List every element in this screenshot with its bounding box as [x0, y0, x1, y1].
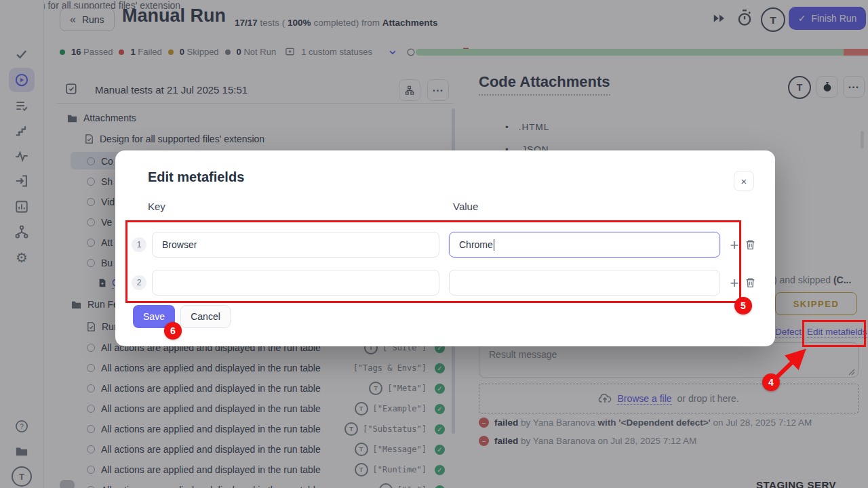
value-column-header: Value [453, 201, 478, 212]
delete-row-icon[interactable] [745, 239, 756, 251]
close-icon[interactable]: × [734, 171, 754, 191]
modal-title: Edit metafields [148, 169, 244, 185]
cancel-button[interactable]: Cancel [180, 305, 231, 328]
annotation-badge-5: 5 [734, 297, 752, 314]
annotation-badge-6: 6 [164, 322, 182, 340]
annotation-rect-edit-link [802, 320, 866, 347]
annotation-badge-4: 4 [762, 373, 780, 391]
delete-row-icon[interactable] [745, 277, 756, 289]
key-column-header: Key [148, 201, 165, 212]
annotation-rect-metafields [125, 220, 741, 303]
